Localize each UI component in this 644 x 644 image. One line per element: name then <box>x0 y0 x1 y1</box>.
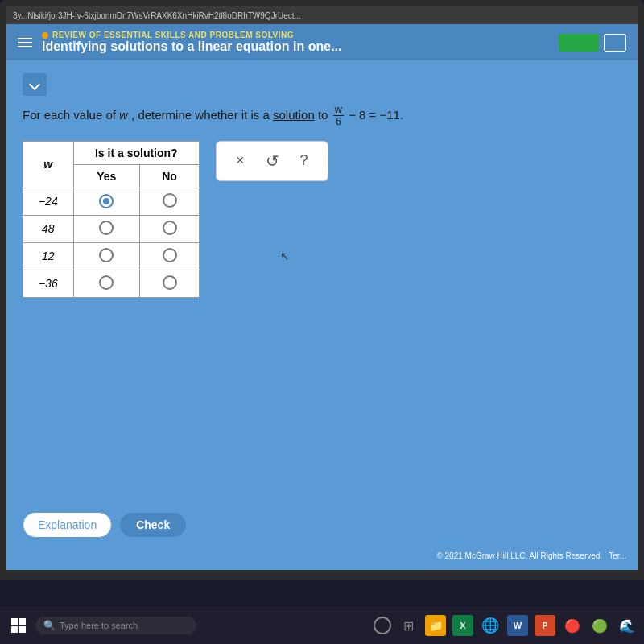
bottom-bar: Explanation Check <box>23 512 186 538</box>
yes-radio-3[interactable] <box>99 275 114 290</box>
yes-radio-cell-0[interactable] <box>73 188 139 215</box>
table-row: −24 <box>23 188 200 215</box>
chevron-down-icon <box>29 79 40 90</box>
url-text: 3y...Nlsiki/jor3JH-Iv-6txjbonmDn7WsVrRAX… <box>13 11 301 20</box>
w-value-3: −36 <box>23 270 74 297</box>
hamburger-menu[interactable] <box>18 38 32 47</box>
yes-radio-cell-3[interactable] <box>73 270 139 297</box>
solution-word: solution <box>273 108 315 122</box>
w-value-0: −24 <box>23 188 74 215</box>
equation-fraction: w 6 <box>333 104 344 128</box>
page-title: Identifying solutions to a linear equati… <box>42 39 549 54</box>
w-value-2: 12 <box>23 242 74 270</box>
green-header-button[interactable] <box>559 34 599 52</box>
w-col-header: w <box>23 141 74 188</box>
app-area: REVIEW OF ESSENTIAL SKILLS AND PROBLEM S… <box>6 24 638 570</box>
header-buttons <box>559 34 626 52</box>
yes-radio-cell-2[interactable] <box>73 242 139 270</box>
no-radio-3[interactable] <box>163 275 177 290</box>
yes-radio-1[interactable] <box>99 221 114 235</box>
is-solution-header: Is it a solution? <box>73 141 199 164</box>
yes-col-header: Yes <box>73 164 139 188</box>
yes-radio-0[interactable] <box>99 194 114 208</box>
problem-statement: For each value of w , determine whether … <box>23 104 621 128</box>
outline-header-button[interactable] <box>604 34 626 52</box>
table-row: 12 <box>23 242 200 270</box>
terms-text: Ter... <box>609 551 626 560</box>
footer-bar: © 2021 McGraw Hill LLC. All Rights Reser… <box>436 551 626 560</box>
undo-button[interactable]: ↺ <box>262 150 283 172</box>
no-radio-cell-0[interactable] <box>140 188 200 215</box>
solution-table: w Is it a solution? Yes No −244812−36 <box>23 141 200 298</box>
dropdown-indicator[interactable] <box>23 73 47 96</box>
problem-var: w <box>119 108 128 122</box>
yes-radio-cell-1[interactable] <box>73 215 139 242</box>
icon-3[interactable]: 🌊 <box>617 615 638 636</box>
no-radio-2[interactable] <box>163 248 177 262</box>
no-radio-1[interactable] <box>163 221 177 235</box>
equation-suffix: − 8 = −11. <box>349 108 403 122</box>
powerpoint-icon[interactable]: P <box>535 615 555 636</box>
start-button[interactable] <box>6 613 31 638</box>
file-explorer-icon[interactable]: 📁 <box>425 615 446 636</box>
w-value-1: 48 <box>23 215 74 242</box>
x-button[interactable]: × <box>233 151 248 171</box>
problem-prefix: For each value of <box>23 108 116 122</box>
grid-icon[interactable]: ⊞ <box>398 615 419 636</box>
word-icon[interactable]: W <box>507 615 528 636</box>
status-dot <box>42 32 48 39</box>
icon-1[interactable]: 🔴 <box>562 615 583 636</box>
help-button[interactable]: ? <box>297 151 312 171</box>
taskbar-icons: ⊞ 📁 X 🌐 W P 🔴 🟢 🌊 <box>374 615 638 636</box>
table-row: −36 <box>23 270 200 297</box>
url-bar: 3y...Nlsiki/jor3JH-Iv-6txjbonmDn7WsVrRAX… <box>6 6 638 24</box>
screen-bezel: 3y...Nlsiki/jor3JH-Iv-6txjbonmDn7WsVrRAX… <box>0 0 644 580</box>
browser-icon[interactable]: 🌐 <box>480 615 501 636</box>
no-radio-0[interactable] <box>163 193 177 208</box>
yes-radio-2[interactable] <box>99 248 114 262</box>
table-row: 48 <box>23 215 200 242</box>
fraction-denominator: 6 <box>334 116 343 127</box>
search-icon: 🔍 <box>43 620 56 631</box>
answer-panel: × ↺ ? <box>216 141 328 181</box>
task-view-icon[interactable] <box>374 617 391 634</box>
no-radio-cell-2[interactable] <box>140 242 200 270</box>
check-button[interactable]: Check <box>120 513 186 537</box>
header: REVIEW OF ESSENTIAL SKILLS AND PROBLEM S… <box>6 24 638 60</box>
browser-content: 3y...Nlsiki/jor3JH-Iv-6txjbonmDn7WsVrRAX… <box>6 6 638 570</box>
main-layout: w Is it a solution? Yes No −244812−36 <box>23 141 621 298</box>
header-subtitle: REVIEW OF ESSENTIAL SKILLS AND PROBLEM S… <box>42 31 549 39</box>
excel-icon[interactable]: X <box>452 615 473 636</box>
header-text-group: REVIEW OF ESSENTIAL SKILLS AND PROBLEM S… <box>42 31 549 54</box>
content-area: For each value of w , determine whether … <box>6 60 638 311</box>
no-radio-cell-3[interactable] <box>140 270 200 297</box>
problem-suffix-pre: to <box>318 108 328 122</box>
taskbar-search-box[interactable]: 🔍 Type here to search <box>35 617 196 634</box>
no-col-header: No <box>140 164 200 188</box>
fraction-numerator: w <box>333 104 344 116</box>
copyright-text: © 2021 McGraw Hill LLC. All Rights Reser… <box>436 551 602 560</box>
search-placeholder-text: Type here to search <box>60 621 138 630</box>
icon-2[interactable]: 🟢 <box>589 615 610 636</box>
windows-icon <box>11 618 26 633</box>
taskbar: 🔍 Type here to search ⊞ 📁 X 🌐 W P 🔴 🟢 🌊 <box>0 607 644 644</box>
no-radio-cell-1[interactable] <box>140 215 200 242</box>
explanation-button[interactable]: Explanation <box>23 512 112 538</box>
problem-middle: , determine whether it is a <box>131 108 270 122</box>
